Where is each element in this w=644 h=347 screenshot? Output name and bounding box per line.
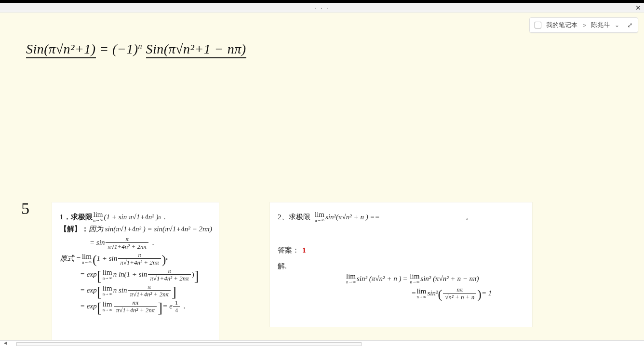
hand-neg1: (−1) xyxy=(112,41,138,56)
p1-s3body: 1 + sin xyxy=(97,254,118,263)
p1-s1: 因为 sin(π√1+4n² ) = sin(π√1+4n² − 2nπ) xyxy=(89,225,212,234)
p2-l2res: = 1 xyxy=(482,289,492,297)
p2-qlabel: 求极限 xyxy=(289,213,310,222)
hand-eq: = xyxy=(99,41,112,56)
p2-lim1: lim xyxy=(346,273,356,280)
p1-fpi2: π xyxy=(136,252,143,258)
p1-fpi4: π xyxy=(146,283,153,290)
breadcrumb-page[interactable]: 陈兆斗 xyxy=(591,21,610,29)
p1-fden4: π√1+4n² + 2nπ xyxy=(128,290,171,297)
hand-lhs: Sin(π√n²+1) xyxy=(26,41,96,58)
p2-sol1: limn→∞ sin² (π√n² + n ) = limn→∞ sin² (π… xyxy=(345,273,524,284)
p1-supn2: n xyxy=(166,256,168,261)
p2-fnum: nπ xyxy=(455,286,465,293)
p1-s5body: n sin xyxy=(113,286,127,294)
note-canvas[interactable]: 我的笔记本 > 陈兆斗 ⌄ ⤢ Sin(π√n²+1) = (−1)n Sin(… xyxy=(0,13,644,340)
p1-res: = e xyxy=(162,302,173,310)
p2-question: 2、 求极限 limn→∞ sin²(π√n² + n ) == 。 xyxy=(278,211,524,223)
p2-answer: 答案： 1 xyxy=(278,246,524,255)
p1-lim3: lim xyxy=(103,269,112,276)
p2-sub1b: n→∞ xyxy=(410,280,419,284)
p1-resd: 4 xyxy=(173,306,180,313)
p1-sol6: = exp [ limn→∞ nππ√1+4n² + 2nπ ] = e14． xyxy=(80,299,211,313)
p1-sol4: = exp [ limn→∞ n ln(1 + sin ππ√1+4n² + 2… xyxy=(80,267,211,281)
p2-l2body: sin² xyxy=(427,289,438,297)
p1-limsub4: n→∞ xyxy=(103,292,112,296)
p2-anslabel: 答案： xyxy=(278,246,299,255)
p1-s3pre: 原式 = xyxy=(60,254,81,263)
p1-s2eq: = sin xyxy=(90,239,105,247)
p2-sol-label: 解. xyxy=(278,262,524,271)
status-bar: ◄ xyxy=(0,340,644,347)
p1-question: 1． 求极限 limn→∞ (1 + sin π√1+4n² )n． xyxy=(60,211,211,223)
answer-blank xyxy=(382,214,464,220)
p1-lim2: lim xyxy=(82,253,92,260)
p2-l1l: sin² (π√n² + n ) xyxy=(357,275,401,283)
p1-s6pre: = exp xyxy=(80,302,97,310)
p1-lim4: lim xyxy=(103,285,112,292)
p2-lim1b: lim xyxy=(410,273,419,280)
p2-sub1: n→∞ xyxy=(346,280,356,284)
p2-fden: √n² + n + n xyxy=(443,293,476,300)
p1-fpi3: π xyxy=(166,267,173,274)
p1-sol3: 原式 = limn→∞ ( 1 + sin ππ√1+4n² + 2nπ )n xyxy=(60,252,211,266)
p1-sol2: = sin ππ√1+4n² + 2nπ． xyxy=(90,236,211,250)
p1-supn: n xyxy=(159,214,161,220)
p1-sol1: 【解】： 因为 sin(π√1+4n² ) = sin(π√1+4n² − 2n… xyxy=(60,225,211,234)
p2-sollabel: 解. xyxy=(278,262,287,271)
p1-limsub3: n→∞ xyxy=(103,276,112,280)
p2-l1r: sin² (π√n² + n − nπ) xyxy=(420,275,479,283)
p1-limsub2: n→∞ xyxy=(82,260,92,265)
p1-s4body: n ln(1 + sin xyxy=(113,270,148,279)
p2-l2pre: = xyxy=(412,289,416,297)
more-icon[interactable]: · · · xyxy=(315,4,329,12)
p1-qlabel: 求极限 xyxy=(71,213,93,222)
p1-qbody: (1 + sin π√1+4n² ) xyxy=(104,213,159,221)
hand-exp: n xyxy=(138,42,143,50)
p2-qbody: sin²(π√n² + n ) == xyxy=(325,213,380,221)
chevron-down-icon[interactable]: ⌄ xyxy=(615,22,619,28)
p1-fden5: π√1+4n² + 2nπ xyxy=(114,306,157,313)
p1-fden2: π√1+4n² + 2nπ xyxy=(118,258,161,266)
p1-limsub: n→∞ xyxy=(94,218,103,223)
p1-s4pre: = exp xyxy=(80,270,97,279)
problem-panel-2: 2、 求极限 limn→∞ sin²(π√n² + n ) == 。 答案： 1… xyxy=(270,202,532,327)
p1-lim5: lim xyxy=(103,301,112,308)
p1-s5pre: = exp xyxy=(80,286,97,294)
p2-lim2: lim xyxy=(416,288,426,295)
p1-resn: 1 xyxy=(173,299,180,306)
breadcrumb-sep: > xyxy=(582,22,586,29)
handwriting-five: 5 xyxy=(21,200,29,218)
p2-lim: lim xyxy=(315,211,324,218)
p1-qnum: 1． xyxy=(60,213,71,222)
p2-qnum: 2、 xyxy=(278,213,289,222)
p1-fnum5: nπ xyxy=(131,299,141,306)
handwriting-formula: Sin(π√n²+1) = (−1)n Sin(π√n²+1 − nπ) xyxy=(26,41,246,57)
p1-limsub5: n→∞ xyxy=(103,308,112,312)
app-toolbar: · · · ✕ xyxy=(0,3,644,13)
p1-sollabel: 【解】： xyxy=(60,225,89,234)
p1-fpi: π xyxy=(123,236,131,242)
p1-fden3: π√1+4n² + 2nπ xyxy=(148,274,191,281)
horizontal-scrollbar[interactable] xyxy=(16,342,362,346)
p1-sol5: = exp [ limn→∞ n sin ππ√1+4n² + 2nπ ] xyxy=(80,283,211,297)
breadcrumb[interactable]: 我的笔记本 > 陈兆斗 ⌄ ⤢ xyxy=(529,17,638,33)
p1-lim: lim xyxy=(94,211,103,218)
p2-ansval: 1 xyxy=(302,246,306,254)
p2-sol2: = limn→∞ sin² ( nπ√n² + n + n ) = 1 xyxy=(412,286,524,300)
expand-icon[interactable]: ⤢ xyxy=(627,21,633,29)
p2-sub2: n→∞ xyxy=(417,295,427,299)
notebook-icon xyxy=(535,22,541,28)
breadcrumb-notebook[interactable]: 我的笔记本 xyxy=(546,21,577,29)
scroll-left-icon[interactable]: ◄ xyxy=(3,340,8,346)
hand-rhs: Sin(π√n²+1 − nπ) xyxy=(146,41,246,58)
close-icon[interactable]: ✕ xyxy=(635,4,641,12)
p2-limsub: n→∞ xyxy=(315,218,324,223)
p1-fden: π√1+4n² + 2nπ xyxy=(106,242,148,250)
problem-panel-1: 1． 求极限 limn→∞ (1 + sin π√1+4n² )n． 【解】： … xyxy=(52,202,219,347)
